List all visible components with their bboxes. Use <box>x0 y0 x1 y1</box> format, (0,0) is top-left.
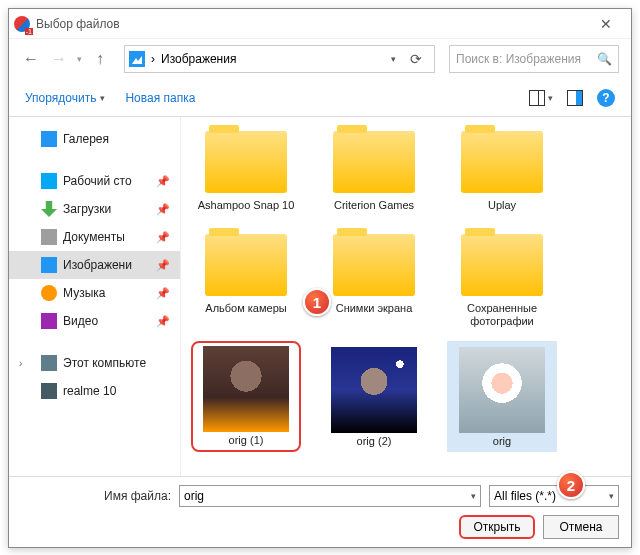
item-label: orig <box>493 435 511 448</box>
pin-icon: 📌 <box>156 203 170 216</box>
refresh-icon[interactable]: ⟳ <box>402 51 430 67</box>
folder-icon <box>41 229 57 245</box>
item-label: Альбом камеры <box>205 302 286 315</box>
device-icon <box>41 383 57 399</box>
file-item[interactable]: orig (1) <box>191 341 301 452</box>
folder-icon <box>205 131 287 193</box>
folder-icon <box>41 257 57 273</box>
folder-item[interactable]: Альбом камеры <box>191 224 301 332</box>
folder-icon <box>461 234 543 296</box>
titlebar: Выбор файлов ✕ <box>9 9 631 39</box>
thumbnail <box>459 347 545 433</box>
file-grid: Ashampoo Snap 10Criterion GamesUplayАльб… <box>181 117 631 476</box>
chevron-down-icon[interactable]: ▾ <box>471 491 476 501</box>
close-icon[interactable]: ✕ <box>586 16 626 32</box>
folder-item[interactable]: Ashampoo Snap 10 <box>191 121 301 216</box>
pin-icon: 📌 <box>156 175 170 188</box>
forward-button[interactable]: → <box>49 50 69 68</box>
chevron-down-icon: ▾ <box>100 93 105 103</box>
sidebar-item[interactable]: Рабочий сто📌 <box>9 167 180 195</box>
toolbar: Упорядочить ▾ Новая папка ▾ ? <box>9 79 631 117</box>
device-icon <box>41 355 57 371</box>
nav-row: ← → ▾ ↑ › Изображения ▾ ⟳ Поиск в: Изобр… <box>9 39 631 79</box>
help-icon[interactable]: ? <box>597 89 615 107</box>
chevron-down-icon: ▾ <box>609 491 614 501</box>
search-icon: 🔍 <box>597 52 612 66</box>
organize-button[interactable]: Упорядочить ▾ <box>25 91 105 105</box>
cancel-button[interactable]: Отмена <box>543 515 619 539</box>
sidebar-item[interactable]: Галерея <box>9 125 180 153</box>
folder-icon <box>461 131 543 193</box>
app-icon <box>14 16 30 32</box>
sidebar: ГалереяРабочий сто📌Загрузки📌Документы📌Из… <box>9 117 181 476</box>
pictures-icon <box>129 51 145 67</box>
sidebar-item-label: Этот компьюте <box>63 356 146 370</box>
sidebar-item-label: Галерея <box>63 132 109 146</box>
folder-icon <box>333 131 415 193</box>
footer: Имя файла: orig ▾ All files (*.*) ▾ Откр… <box>9 476 631 547</box>
window-title: Выбор файлов <box>36 17 120 31</box>
pin-icon: 📌 <box>156 315 170 328</box>
folder-item[interactable]: Сохраненные фотографии <box>447 224 557 332</box>
sidebar-item-label: Видео <box>63 314 98 328</box>
sidebar-item[interactable]: realme 10 <box>9 377 180 405</box>
sidebar-item[interactable]: Музыка📌 <box>9 279 180 307</box>
sidebar-item-label: Рабочий сто <box>63 174 132 188</box>
search-placeholder: Поиск в: Изображения <box>456 52 581 66</box>
filename-input[interactable]: orig ▾ <box>179 485 481 507</box>
chevron-right-icon: › <box>151 52 155 66</box>
item-label: orig (2) <box>357 435 392 448</box>
sidebar-item-label: Музыка <box>63 286 105 300</box>
sidebar-item-label: Документы <box>63 230 125 244</box>
breadcrumb[interactable]: Изображения <box>161 52 236 66</box>
sidebar-item[interactable]: Видео📌 <box>9 307 180 335</box>
sidebar-item-label: realme 10 <box>63 384 116 398</box>
folder-icon <box>41 173 57 189</box>
item-label: Снимки экрана <box>336 302 413 315</box>
new-folder-button[interactable]: Новая папка <box>125 91 195 105</box>
item-label: Uplay <box>488 199 516 212</box>
file-dialog: Выбор файлов ✕ ← → ▾ ↑ › Изображения ▾ ⟳… <box>8 8 632 548</box>
folder-item[interactable]: Uplay <box>447 121 557 216</box>
item-label: Ashampoo Snap 10 <box>198 199 295 212</box>
sidebar-item[interactable]: Документы📌 <box>9 223 180 251</box>
folder-icon <box>41 131 57 147</box>
chevron-down-icon: ▾ <box>548 93 553 103</box>
annotation-badge-1: 1 <box>303 288 331 316</box>
chevron-right-icon[interactable]: › <box>19 358 22 369</box>
thumbnail <box>203 346 289 432</box>
filter-select[interactable]: All files (*.*) ▾ <box>489 485 619 507</box>
view-mode-button[interactable]: ▾ <box>529 90 553 106</box>
path-box[interactable]: › Изображения ▾ ⟳ <box>124 45 435 73</box>
folder-item[interactable]: Criterion Games <box>319 121 429 216</box>
pin-icon: 📌 <box>156 231 170 244</box>
sidebar-item[interactable]: ›Этот компьюте <box>9 349 180 377</box>
folder-icon <box>41 201 57 217</box>
back-button[interactable]: ← <box>21 50 41 68</box>
sidebar-item-label: Изображени <box>63 258 132 272</box>
up-button[interactable]: ↑ <box>90 50 110 68</box>
sidebar-item[interactable]: Загрузки📌 <box>9 195 180 223</box>
sidebar-item[interactable]: Изображени📌 <box>9 251 180 279</box>
sidebar-item-label: Загрузки <box>63 202 111 216</box>
preview-pane-button[interactable] <box>567 90 583 106</box>
item-label: Criterion Games <box>334 199 414 212</box>
folder-item[interactable]: Снимки экрана <box>319 224 429 332</box>
path-dropdown-icon[interactable]: ▾ <box>391 54 396 64</box>
annotation-badge-2: 2 <box>557 471 585 499</box>
folder-icon <box>205 234 287 296</box>
filename-label: Имя файла: <box>21 489 171 503</box>
view-icon <box>529 90 545 106</box>
folder-icon <box>333 234 415 296</box>
search-input[interactable]: Поиск в: Изображения 🔍 <box>449 45 619 73</box>
thumbnail <box>331 347 417 433</box>
item-label: orig (1) <box>229 434 264 447</box>
file-item[interactable]: orig <box>447 341 557 452</box>
pin-icon: 📌 <box>156 259 170 272</box>
folder-icon <box>41 313 57 329</box>
open-button[interactable]: Открыть <box>459 515 535 539</box>
file-item[interactable]: orig (2) <box>319 341 429 452</box>
history-dropdown[interactable]: ▾ <box>77 54 82 64</box>
item-label: Сохраненные фотографии <box>451 302 553 328</box>
pin-icon: 📌 <box>156 287 170 300</box>
